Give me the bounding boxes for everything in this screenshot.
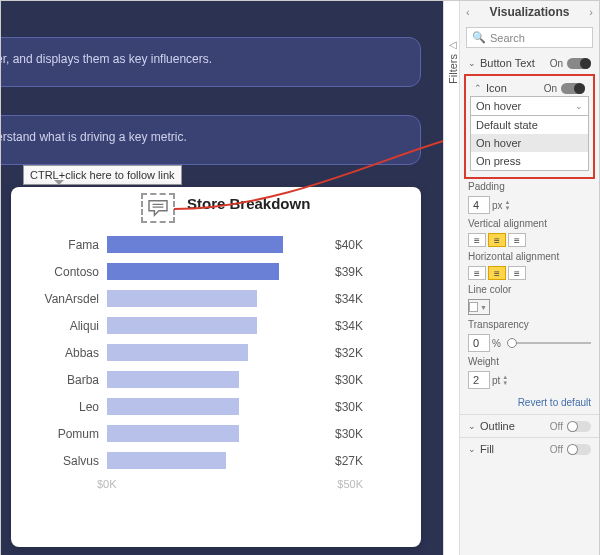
align-right-button[interactable]: ≡ [508, 266, 526, 280]
padding-unit: px [492, 200, 503, 211]
fill-section[interactable]: ⌄ Fill Off [460, 437, 599, 460]
pane-title: Visualizations [490, 5, 570, 19]
transparency-label: Transparency [460, 317, 599, 332]
bar-category: Aliqui [29, 319, 107, 333]
bar-fill [107, 425, 239, 442]
toggle-state: Off [550, 444, 563, 455]
align-top-button[interactable]: ≡ [468, 233, 486, 247]
transparency-input[interactable]: 0 % [468, 334, 501, 352]
chevron-down-icon: ⌄ [468, 58, 476, 68]
chevron-down-icon: ⌄ [468, 444, 476, 454]
weight-input[interactable]: 2 pt ▲▼ [468, 371, 591, 389]
bar-fill [107, 263, 279, 280]
spinner-icon[interactable]: ▲▼ [502, 375, 508, 386]
search-input[interactable]: 🔍 Search [466, 27, 593, 48]
chevron-down-icon: ▼ [480, 304, 487, 311]
chevron-down-icon: ⌄ [468, 421, 476, 431]
toggle-switch[interactable] [567, 444, 591, 455]
padding-input[interactable]: 4 px ▲▼ [468, 196, 591, 214]
bar-fill [107, 371, 239, 388]
bar-value-label: $40K [335, 238, 363, 252]
report-canvas: hatter, and displays them as key influen… [1, 1, 443, 555]
info-card-text: hatter, and displays them as key influen… [1, 52, 212, 66]
bar-track [107, 263, 327, 280]
bar-value-label: $32K [335, 346, 363, 360]
toggle-state: Off [550, 421, 563, 432]
info-card: hatter, and displays them as key influen… [1, 37, 421, 87]
state-dropdown[interactable]: On hover ⌄ [470, 96, 589, 116]
bar-track [107, 236, 327, 253]
bar-row: Abbas$32K [29, 339, 403, 366]
bar-row: Leo$30K [29, 393, 403, 420]
toggle-state: On [544, 83, 557, 94]
bar-fill [107, 452, 226, 469]
bar-track [107, 317, 327, 334]
dropdown-option[interactable]: On hover [471, 134, 588, 152]
align-left-button[interactable]: ≡ [468, 266, 486, 280]
bar-value-label: $30K [335, 373, 363, 387]
bar-track [107, 398, 327, 415]
bar-row: Pomum$30K [29, 420, 403, 447]
visualizations-pane: ‹ Visualizations › 🔍 Search ⌄ Button Tex… [459, 1, 599, 555]
bar-value-label: $30K [335, 427, 363, 441]
dropdown-option[interactable]: Default state [471, 116, 588, 134]
revert-to-default-link[interactable]: Revert to default [460, 391, 599, 414]
bar-fill [107, 317, 257, 334]
valign-label: Vertical alignment [460, 216, 599, 231]
transparency-unit: % [492, 338, 501, 349]
bar-row: VanArsdel$34K [29, 285, 403, 312]
chart-title: Store Breakdown [187, 195, 310, 212]
toggle-switch[interactable] [561, 83, 585, 94]
transparency-value[interactable]: 0 [468, 334, 490, 352]
button-text-section[interactable]: ⌄ Button Text On [460, 52, 599, 74]
padding-label: Padding [460, 179, 599, 194]
align-bottom-button[interactable]: ≡ [508, 233, 526, 247]
bar-chart: Fama$40KContoso$39KVanArsdel$34KAliqui$3… [11, 227, 421, 474]
section-label: Icon [486, 82, 544, 94]
padding-value[interactable]: 4 [468, 196, 490, 214]
horizontal-alignment-group: ≡ ≡ ≡ [468, 266, 591, 280]
linecolor-label: Line color [460, 282, 599, 297]
spinner-icon[interactable]: ▲▼ [505, 200, 511, 211]
dropdown-option[interactable]: On press [471, 152, 588, 170]
halign-label: Horizontal alignment [460, 249, 599, 264]
bar-row: Barba$30K [29, 366, 403, 393]
bar-track [107, 371, 327, 388]
chevron-left-icon[interactable]: ‹ [466, 6, 470, 18]
icon-section[interactable]: ⌃ Icon On [470, 80, 589, 96]
bar-category: Abbas [29, 346, 107, 360]
x-axis-tick: $0K [97, 478, 117, 490]
bar-fill [107, 290, 257, 307]
bar-value-label: $27K [335, 454, 363, 468]
bar-track [107, 344, 327, 361]
toggle-switch[interactable] [567, 421, 591, 432]
chart-visual[interactable]: Store Breakdown Fama$40KContoso$39KVanAr… [11, 187, 421, 547]
link-tooltip: CTRL+click here to follow link [23, 165, 182, 185]
section-label: Button Text [480, 57, 550, 69]
bar-fill [107, 236, 283, 253]
chat-bubble-icon[interactable] [141, 193, 175, 223]
weight-value[interactable]: 2 [468, 371, 490, 389]
transparency-slider[interactable] [507, 342, 591, 344]
bar-category: Salvus [29, 454, 107, 468]
tooltip-text: CTRL+click here to follow link [30, 169, 175, 181]
chevron-left-icon: ◁ [449, 39, 457, 50]
align-center-button[interactable]: ≡ [488, 266, 506, 280]
line-color-picker[interactable]: ▼ [468, 299, 490, 315]
dropdown-value: On hover [476, 100, 521, 112]
state-dropdown-list: Default state On hover On press [470, 116, 589, 171]
search-icon: 🔍 [472, 31, 486, 44]
bar-category: Pomum [29, 427, 107, 441]
toggle-switch[interactable] [567, 58, 591, 69]
search-placeholder: Search [490, 32, 525, 44]
filters-label: Filters [447, 54, 459, 84]
weight-unit: pt [492, 375, 500, 386]
bar-fill [107, 398, 239, 415]
chevron-down-icon: ⌄ [575, 101, 583, 111]
annotation-highlight: ⌃ Icon On On hover ⌄ Default state On ho… [464, 74, 595, 179]
align-middle-button[interactable]: ≡ [488, 233, 506, 247]
bar-row: Contoso$39K [29, 258, 403, 285]
bar-track [107, 425, 327, 442]
chevron-right-icon[interactable]: › [589, 6, 593, 18]
outline-section[interactable]: ⌄ Outline Off [460, 414, 599, 437]
